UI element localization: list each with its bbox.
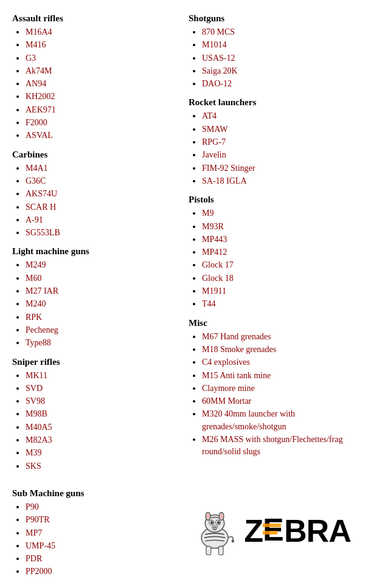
weapon-link[interactable]: C4 explosives bbox=[202, 358, 250, 367]
list-item: PDR bbox=[26, 553, 176, 565]
weapon-link[interactable]: PP2000 bbox=[26, 567, 52, 576]
weapon-link[interactable]: MP443 bbox=[202, 235, 227, 244]
weapon-link[interactable]: UMP-45 bbox=[26, 541, 55, 550]
weapon-link[interactable]: SVD bbox=[26, 384, 43, 393]
main-columns: Assault riflesM16A4M416G3Ak74MAN94KH2002… bbox=[12, 6, 353, 475]
weapon-link[interactable]: M26 MASS with shotgun/Flechettes/frag ro… bbox=[202, 435, 342, 456]
list-item: SV98 bbox=[26, 395, 176, 407]
weapon-link[interactable]: Ak74M bbox=[26, 66, 52, 75]
weapon-link[interactable]: Glock 17 bbox=[202, 260, 234, 269]
weapon-link[interactable]: AEK971 bbox=[26, 105, 56, 114]
svg-point-12 bbox=[212, 525, 218, 529]
svg-text:E: E bbox=[263, 513, 283, 544]
list-item: PP2000 bbox=[26, 566, 176, 578]
svg-point-9 bbox=[217, 521, 220, 524]
weapon-link[interactable]: M93R bbox=[202, 222, 224, 231]
list-item: G3 bbox=[26, 52, 176, 64]
category-title: Sniper rifles bbox=[12, 357, 176, 367]
list-item: Glock 17 bbox=[202, 259, 353, 271]
category-list: M4A1G36CAKS74USCAR HA-91SG553LB bbox=[12, 162, 176, 240]
weapon-link[interactable]: M240 bbox=[26, 299, 46, 308]
category-sniper-rifles: Sniper riflesMK11SVDSV98M98BM40A5M82A3M3… bbox=[12, 357, 176, 472]
weapon-link[interactable]: M1014 bbox=[202, 40, 226, 49]
weapon-link[interactable]: AN94 bbox=[26, 79, 46, 88]
weapon-link[interactable]: M67 Hand grenades bbox=[202, 332, 271, 341]
weapon-link[interactable]: FIM-92 Stinger bbox=[202, 164, 255, 173]
weapon-link[interactable]: M40A5 bbox=[26, 423, 52, 432]
weapon-link[interactable]: SG553LB bbox=[26, 228, 60, 237]
weapon-link[interactable]: SMAW bbox=[202, 125, 228, 134]
weapon-link[interactable]: Glock 18 bbox=[202, 274, 234, 283]
category-list: M249M60M27 IARM240RPKPechenegType88 bbox=[12, 259, 176, 349]
weapon-link[interactable]: M60 bbox=[26, 274, 41, 283]
list-item: Glock 18 bbox=[202, 272, 353, 285]
weapon-link[interactable]: Type88 bbox=[26, 338, 51, 347]
weapon-link[interactable]: RPK bbox=[26, 313, 42, 322]
list-item: C4 explosives bbox=[202, 356, 353, 368]
weapon-link[interactable]: M27 IAR bbox=[26, 286, 58, 296]
weapon-link[interactable]: M249 bbox=[26, 260, 46, 269]
category-title: Shotguns bbox=[189, 13, 353, 24]
bottom-section: Sub Machine gunsP90P90TRMP7UMP-45PDRPP20… bbox=[12, 481, 353, 581]
list-item: SMAW bbox=[202, 123, 353, 136]
weapon-link[interactable]: PDR bbox=[26, 554, 42, 563]
weapon-link[interactable]: M320 40mm launcher with grenades/smoke/s… bbox=[202, 409, 295, 431]
weapon-link[interactable]: AT4 bbox=[202, 111, 217, 120]
list-item: M82A3 bbox=[26, 434, 176, 446]
weapon-link[interactable]: M9 bbox=[202, 209, 214, 218]
weapon-link[interactable]: Pecheneg bbox=[26, 325, 58, 334]
weapon-link[interactable]: SV98 bbox=[26, 396, 45, 406]
weapon-link[interactable]: M98B bbox=[26, 409, 47, 418]
weapon-link[interactable]: P90TR bbox=[26, 515, 50, 524]
weapon-link[interactable]: P90 bbox=[26, 502, 39, 511]
weapon-link[interactable]: SCAR H bbox=[26, 202, 56, 212]
weapon-link[interactable]: F2000 bbox=[26, 118, 47, 127]
weapon-link[interactable]: RPG-7 bbox=[202, 137, 226, 147]
category-light-machine-guns: Light machine gunsM249M60M27 IARM240RPKP… bbox=[12, 246, 176, 349]
list-item: M67 Hand grenades bbox=[202, 331, 353, 343]
weapon-link[interactable]: M15 Anti tank mine bbox=[202, 371, 271, 380]
zebra-brand-text: Z E BRA bbox=[244, 513, 350, 549]
weapon-link[interactable]: MK11 bbox=[26, 371, 47, 380]
weapon-link[interactable]: MP412 bbox=[202, 247, 227, 257]
weapon-link[interactable]: USAS-12 bbox=[202, 54, 235, 63]
weapon-link[interactable]: M4A1 bbox=[26, 164, 48, 173]
weapon-link[interactable]: DAO-12 bbox=[202, 79, 232, 88]
weapon-link[interactable]: Claymore mine bbox=[202, 384, 255, 393]
weapon-link[interactable]: ASVAL bbox=[26, 131, 53, 140]
weapon-link[interactable]: M416 bbox=[26, 40, 46, 49]
weapon-link[interactable]: 870 MCS bbox=[202, 27, 235, 36]
weapon-link[interactable]: KH2002 bbox=[26, 92, 55, 101]
list-item: M26 MASS with shotgun/Flechettes/frag ro… bbox=[202, 434, 353, 458]
weapon-link[interactable]: Saiga 20K bbox=[202, 66, 238, 75]
weapon-link[interactable]: A-91 bbox=[26, 215, 43, 224]
zebra-mascot-icon bbox=[190, 503, 239, 558]
weapon-link[interactable]: M1911 bbox=[202, 286, 226, 296]
weapon-link[interactable]: T44 bbox=[202, 299, 216, 308]
weapon-link[interactable]: SKS bbox=[26, 462, 41, 471]
weapon-link[interactable]: M82A3 bbox=[26, 435, 52, 444]
weapon-link[interactable]: SA-18 IGLA bbox=[202, 176, 247, 185]
list-item: A-91 bbox=[26, 214, 176, 226]
weapon-link[interactable]: MP7 bbox=[26, 528, 42, 538]
category-title: Misc bbox=[189, 318, 353, 328]
weapon-link[interactable]: G3 bbox=[26, 54, 36, 63]
weapon-link[interactable]: AKS74U bbox=[26, 189, 57, 198]
weapon-link[interactable]: Javelin bbox=[202, 150, 226, 159]
weapon-link[interactable]: M39 bbox=[26, 448, 41, 457]
list-item: M39 bbox=[26, 447, 176, 459]
svg-point-11 bbox=[219, 522, 220, 523]
list-item: M40A5 bbox=[26, 421, 176, 434]
list-item: 870 MCS bbox=[202, 26, 353, 38]
submachine-section: Sub Machine gunsP90P90TRMP7UMP-45PDRPP20… bbox=[12, 481, 182, 581]
list-item: M416 bbox=[26, 39, 176, 51]
list-item: DAO-12 bbox=[202, 78, 353, 90]
list-item: M1014 bbox=[202, 39, 353, 51]
weapon-link[interactable]: M18 Smoke grenades bbox=[202, 345, 276, 354]
list-item: Claymore mine bbox=[202, 382, 353, 395]
weapon-link[interactable]: G36C bbox=[26, 176, 46, 185]
weapon-link[interactable]: 60MM Mortar bbox=[202, 396, 251, 406]
list-item: M27 IAR bbox=[26, 285, 176, 297]
category-title: Rocket launchers bbox=[189, 97, 353, 108]
weapon-link[interactable]: M16A4 bbox=[26, 27, 52, 36]
